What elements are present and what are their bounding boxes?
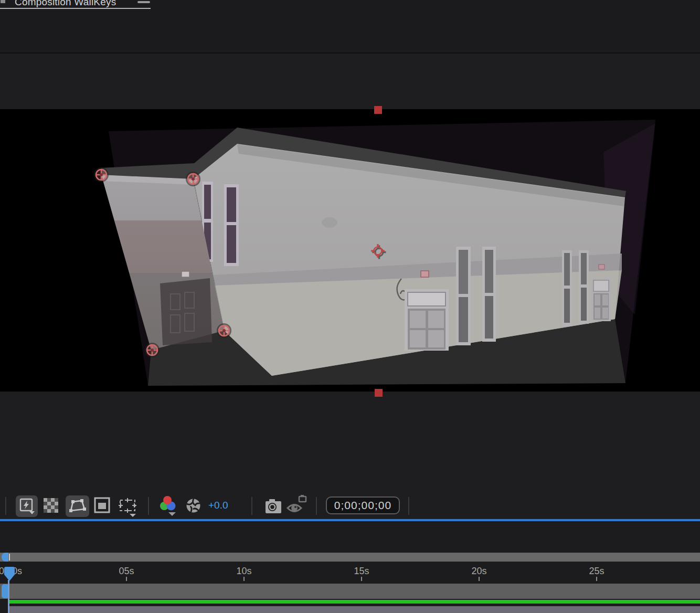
playhead[interactable] (4, 567, 15, 581)
ruler-tick (243, 577, 245, 581)
ruler-label-20s: 20s (471, 566, 486, 577)
toolbar-separator (316, 497, 317, 515)
ruler-tick (361, 577, 362, 581)
panel-tab-bar: Composition WallKeys (0, 0, 700, 52)
time-navigator-bar[interactable] (0, 553, 700, 562)
fast-previews-icon (16, 495, 38, 517)
region-of-interest-icon (94, 497, 110, 513)
mask-visibility-button[interactable] (66, 495, 89, 517)
ruler-label-10s: 10s (236, 566, 251, 577)
exposure-value[interactable]: +0.0 (208, 500, 228, 511)
work-area-bar[interactable] (0, 584, 700, 599)
layer-duration-bar[interactable] (9, 606, 700, 613)
ruler-label-15s: 15s (354, 566, 369, 577)
reset-exposure-button[interactable] (186, 498, 201, 515)
ruler-label-25s: 25s (589, 566, 604, 577)
after-effects-composition-panel: Composition WallKeys (0, 0, 700, 613)
fast-previews-button[interactable] (16, 495, 38, 517)
toolbar-separator (5, 497, 6, 515)
region-of-interest-button[interactable] (94, 497, 110, 515)
panel-drag-grip-icon (1, 0, 5, 3)
tab-composition[interactable]: Composition WallKeys (15, 0, 116, 8)
active-tab-underline (0, 8, 151, 9)
cached-frames-indicator (9, 600, 700, 604)
grid-guide-options-icon (118, 496, 138, 517)
time-navigator-edge (9, 554, 10, 561)
toolbar-separator (148, 497, 149, 515)
panel-menu-icon[interactable] (137, 1, 150, 3)
composition-viewport[interactable] (0, 109, 700, 392)
timeline-panel: 0;00s 05s 10s 15s 20s 25s (0, 521, 700, 613)
shutter-icon (186, 498, 201, 513)
timecode-value: 0;00;00;00 (334, 499, 391, 512)
rgb-channels-icon (158, 495, 178, 517)
ruler-tick (596, 577, 597, 581)
toolbar-separator (408, 497, 409, 515)
transparency-grid-icon (43, 498, 59, 513)
mask-visibility-icon (66, 495, 89, 517)
toolbar-separator (251, 497, 252, 515)
take-snapshot-button[interactable] (264, 496, 283, 517)
transparency-grid-button[interactable] (43, 498, 59, 515)
camera-icon (264, 496, 283, 515)
current-time-field[interactable]: 0;00;00;00 (326, 496, 400, 514)
snapshot-eye-icon (285, 494, 309, 516)
channel-settings-button[interactable] (158, 495, 178, 519)
playhead-line (8, 580, 9, 613)
ruler-tick (126, 577, 127, 581)
show-snapshot-button[interactable] (285, 494, 309, 518)
ruler-tick (479, 577, 480, 581)
grid-guide-options-button[interactable] (118, 496, 138, 520)
time-navigator-start-handle[interactable] (2, 553, 8, 562)
ruler-label-05s: 05s (119, 566, 134, 577)
pasteboard-top (0, 54, 700, 109)
